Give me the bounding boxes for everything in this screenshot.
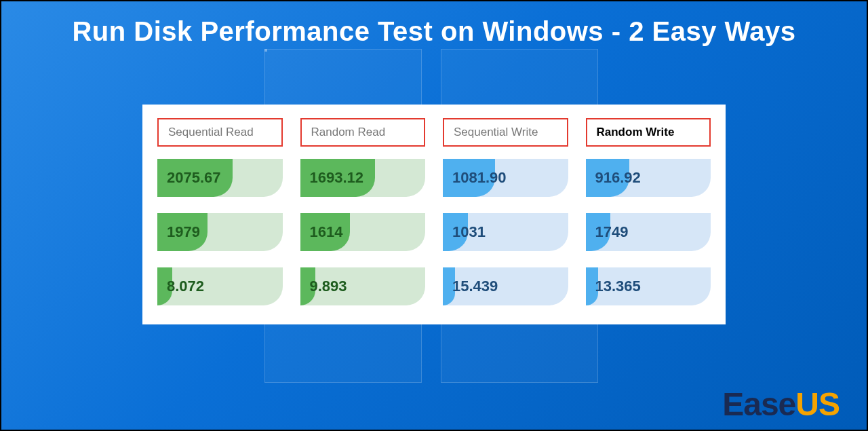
benchmark-panel: Sequential Read 2075.67 1979 8.072 Rando… — [142, 105, 726, 324]
brand-logo: EaseUS — [722, 386, 840, 423]
result-value: 15.439 — [452, 267, 498, 305]
result-cell: 13.365 — [586, 267, 711, 305]
col-random-write: Random Write 916.92 1749 13.365 — [586, 118, 711, 305]
col-sequential-write: Sequential Write 1081.90 1031 15.439 — [443, 118, 568, 305]
result-cell: 916.92 — [586, 159, 711, 197]
result-value: 13.365 — [595, 267, 641, 305]
result-value: 1693.12 — [310, 159, 364, 197]
result-value: 916.92 — [595, 159, 641, 197]
result-cell: 1081.90 — [443, 159, 568, 197]
result-cell: 2075.67 — [157, 159, 283, 197]
benchmark-grid: Sequential Read 2075.67 1979 8.072 Rando… — [157, 118, 711, 305]
result-value: 9.893 — [310, 267, 347, 305]
col-header[interactable]: Sequential Read — [157, 118, 283, 147]
result-cell: 1693.12 — [300, 159, 426, 197]
col-sequential-read: Sequential Read 2075.67 1979 8.072 — [157, 118, 283, 305]
brand-part2: US — [795, 386, 840, 423]
result-cell: 9.893 — [300, 267, 426, 305]
result-cell: 8.072 — [157, 267, 283, 305]
result-value: 8.072 — [167, 267, 204, 305]
col-random-read: Random Read 1693.12 1614 9.893 — [300, 118, 426, 305]
col-header[interactable]: Random Read — [300, 118, 426, 147]
col-header[interactable]: Sequential Write — [443, 118, 568, 147]
viewport: Run Disk Performance Test on Windows - 2… — [1, 1, 867, 430]
result-cell: 15.439 — [443, 267, 568, 305]
result-value: 1749 — [595, 213, 629, 251]
result-value: 1081.90 — [452, 159, 507, 197]
result-value: 1979 — [167, 213, 200, 251]
result-value: 1614 — [310, 213, 343, 251]
result-cell: 1749 — [586, 213, 711, 251]
result-value: 1031 — [452, 213, 486, 251]
result-cell: 1614 — [300, 213, 426, 251]
result-value: 2075.67 — [167, 159, 221, 197]
page-title: Run Disk Performance Test on Windows - 2… — [1, 16, 867, 47]
result-cell: 1031 — [443, 213, 568, 251]
col-header[interactable]: Random Write — [586, 118, 711, 147]
brand-part1: Ease — [722, 386, 795, 423]
result-cell: 1979 — [157, 213, 283, 251]
